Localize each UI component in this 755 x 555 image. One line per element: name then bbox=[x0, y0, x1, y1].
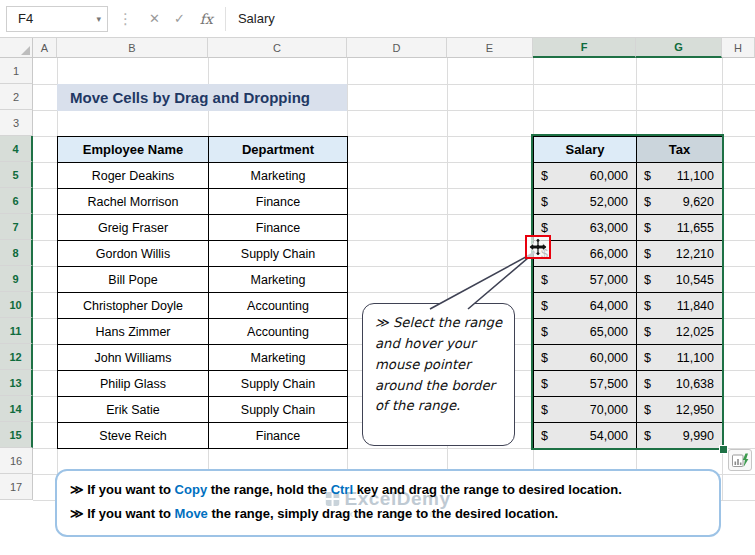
tip1-ctrl-keyword: Ctrl bbox=[331, 482, 353, 497]
quick-analysis-button[interactable] bbox=[728, 449, 752, 471]
column-header-F[interactable]: F bbox=[533, 38, 636, 58]
fill-handle[interactable] bbox=[719, 445, 728, 454]
employee-row: Bill PopeMarketing bbox=[58, 267, 348, 293]
salary-cell[interactable]: $65,000 bbox=[534, 319, 637, 345]
employee-cell[interactable]: John Williams bbox=[58, 345, 209, 371]
row-header-11[interactable]: 11 bbox=[0, 318, 33, 344]
employee-cell[interactable]: Marketing bbox=[209, 163, 348, 189]
row-header-8[interactable]: 8 bbox=[0, 240, 33, 266]
salary-cell[interactable]: $10,545 bbox=[637, 267, 723, 293]
salary-cell[interactable]: $54,000 bbox=[534, 423, 637, 449]
salary-cell[interactable]: $9,990 bbox=[637, 423, 723, 449]
formula-bar: F4 ▾ ⋮ ✕ ✓ fx Salary bbox=[0, 0, 755, 38]
salary-cell[interactable]: $11,100 bbox=[637, 163, 723, 189]
tip1-mid: the range, hold the bbox=[207, 482, 331, 497]
employee-cell[interactable]: Rachel Morrison bbox=[58, 189, 209, 215]
column-header-E[interactable]: E bbox=[447, 38, 533, 58]
row-header-9[interactable]: 9 bbox=[0, 266, 33, 292]
salary-cell[interactable]: $11,100 bbox=[637, 345, 723, 371]
salary-cell[interactable]: $70,000 bbox=[534, 397, 637, 423]
column-header-B[interactable]: B bbox=[57, 38, 208, 58]
salary-table: Salary Tax $60,000$11,100$52,000$9,620$6… bbox=[533, 136, 723, 449]
salary-row: $52,000$9,620 bbox=[534, 189, 723, 215]
salary-cell[interactable]: $12,025 bbox=[637, 319, 723, 345]
employee-cell[interactable]: Accounting bbox=[209, 319, 348, 345]
column-header-G[interactable]: G bbox=[636, 38, 722, 58]
amount-value: 9,990 bbox=[683, 429, 714, 443]
cancel-icon[interactable]: ✕ bbox=[149, 11, 160, 26]
employee-cell[interactable]: Supply Chain bbox=[209, 397, 348, 423]
salary-cell[interactable]: $12,950 bbox=[637, 397, 723, 423]
salary-cell[interactable]: $60,000 bbox=[534, 163, 637, 189]
salary-row: $64,000$11,840 bbox=[534, 293, 723, 319]
row-header-13[interactable]: 13 bbox=[0, 370, 33, 396]
employee-cell[interactable]: Accounting bbox=[209, 293, 348, 319]
salary-cell[interactable]: $60,000 bbox=[534, 345, 637, 371]
tip2-pre: ≫ If you want to bbox=[70, 506, 175, 521]
employee-cell[interactable]: Philip Glass bbox=[58, 371, 209, 397]
salary-cell[interactable]: $11,840 bbox=[637, 293, 723, 319]
salary-cell[interactable]: $12,210 bbox=[637, 241, 723, 267]
employee-cell[interactable]: Roger Deakins bbox=[58, 163, 209, 189]
row-header-6[interactable]: 6 bbox=[0, 188, 33, 214]
amount-value: 11,840 bbox=[677, 299, 714, 313]
employee-cell[interactable]: Greig Fraser bbox=[58, 215, 209, 241]
department-header[interactable]: Department bbox=[209, 137, 348, 163]
amount-value: 11,655 bbox=[677, 221, 714, 235]
employee-cell[interactable]: Hans Zimmer bbox=[58, 319, 209, 345]
currency-symbol: $ bbox=[644, 325, 651, 339]
salary-cell[interactable]: $11,655 bbox=[637, 215, 723, 241]
row-header-14[interactable]: 14 bbox=[0, 396, 33, 422]
salary-cell[interactable]: $57,500 bbox=[534, 371, 637, 397]
amount-value: 12,210 bbox=[676, 247, 714, 261]
employee-row: Roger DeakinsMarketing bbox=[58, 163, 348, 189]
currency-symbol: $ bbox=[541, 351, 548, 365]
row-header-16[interactable]: 16 bbox=[0, 448, 33, 474]
column-header-D[interactable]: D bbox=[347, 38, 447, 58]
employee-cell[interactable]: Finance bbox=[209, 189, 348, 215]
employee-cell[interactable]: Gordon Willis bbox=[58, 241, 209, 267]
formula-input[interactable]: Salary bbox=[230, 11, 755, 26]
currency-symbol: $ bbox=[541, 325, 548, 339]
employee-cell[interactable]: Supply Chain bbox=[209, 241, 348, 267]
row-header-15[interactable]: 15 bbox=[0, 422, 33, 448]
column-header-A[interactable]: A bbox=[33, 38, 57, 58]
row-header-3[interactable]: 3 bbox=[0, 110, 33, 136]
employee-cell[interactable]: Christopher Doyle bbox=[58, 293, 209, 319]
salary-cell[interactable]: $10,638 bbox=[637, 371, 723, 397]
salary-cell[interactable]: $52,000 bbox=[534, 189, 637, 215]
employee-cell[interactable]: Supply Chain bbox=[209, 371, 348, 397]
row-header-5[interactable]: 5 bbox=[0, 162, 33, 188]
currency-symbol: $ bbox=[644, 351, 651, 365]
employee-cell[interactable]: Marketing bbox=[209, 345, 348, 371]
row-header-10[interactable]: 10 bbox=[0, 292, 33, 318]
salary-row: $70,000$12,950 bbox=[534, 397, 723, 423]
currency-symbol: $ bbox=[541, 377, 548, 391]
tip2-move-keyword: Move bbox=[175, 506, 208, 521]
employee-cell[interactable]: Finance bbox=[209, 423, 348, 449]
employee-cell[interactable]: Marketing bbox=[209, 267, 348, 293]
insert-function-icon[interactable]: fx bbox=[200, 11, 213, 27]
row-header-17[interactable]: 17 bbox=[0, 474, 33, 500]
row-header-12[interactable]: 12 bbox=[0, 344, 33, 370]
employee-cell[interactable]: Erik Satie bbox=[58, 397, 209, 423]
row-header-1[interactable]: 1 bbox=[0, 58, 33, 84]
employee-cell[interactable]: Bill Pope bbox=[58, 267, 209, 293]
salary-header-active-cell[interactable]: Salary bbox=[534, 137, 637, 163]
salary-cell[interactable]: $9,620 bbox=[637, 189, 723, 215]
move-cursor-icon bbox=[528, 237, 548, 257]
tax-header-cell[interactable]: Tax bbox=[637, 137, 723, 163]
more-options-icon[interactable]: ⋮ bbox=[118, 10, 133, 28]
employee-cell[interactable]: Steve Reich bbox=[58, 423, 209, 449]
enter-icon[interactable]: ✓ bbox=[174, 11, 185, 26]
currency-symbol: $ bbox=[644, 247, 651, 261]
salary-row: $54,000$9,990 bbox=[534, 423, 723, 449]
column-header-H[interactable]: H bbox=[722, 38, 755, 58]
row-header-7[interactable]: 7 bbox=[0, 214, 33, 240]
employee-name-header[interactable]: Employee Name bbox=[58, 137, 209, 163]
row-header-2[interactable]: 2 bbox=[0, 84, 33, 110]
employee-cell[interactable]: Finance bbox=[209, 215, 348, 241]
row-header-4[interactable]: 4 bbox=[0, 136, 33, 162]
column-header-C[interactable]: C bbox=[208, 38, 347, 58]
chevron-down-icon[interactable]: ▾ bbox=[96, 14, 101, 24]
